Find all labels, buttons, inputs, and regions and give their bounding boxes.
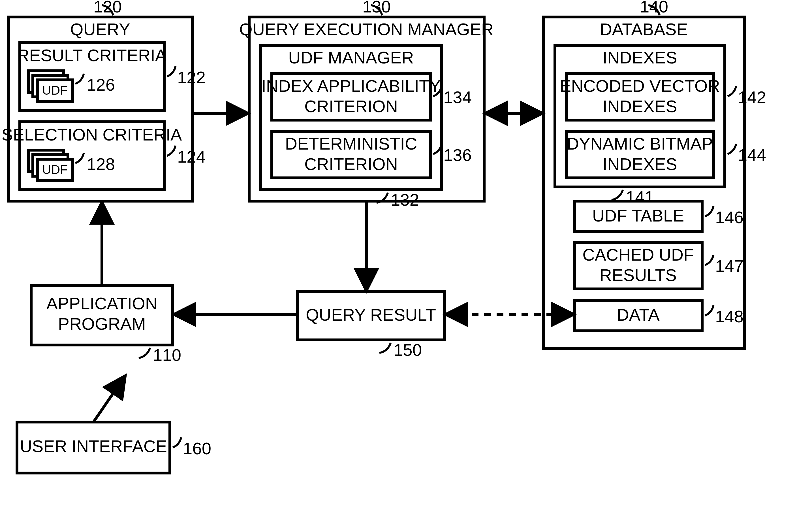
deterministic-line1: DETERMINISTIC xyxy=(285,134,417,153)
udf-table-ref: 146 xyxy=(715,208,743,227)
udf-stack-result: UDF xyxy=(28,71,72,101)
result-criteria-title: RESULT CRITERIA xyxy=(17,46,166,65)
query-result-box: QUERY RESULT 150 xyxy=(297,292,445,359)
diagram-canvas: QUERY 120 RESULT CRITERIA UDF 126 122 SE… xyxy=(0,0,812,526)
udf-manager-title: UDF MANAGER xyxy=(288,48,414,67)
app-line1: APPLICATION xyxy=(46,294,157,313)
app-line2: PROGRAM xyxy=(58,314,146,333)
udf-label-selection: UDF xyxy=(42,162,68,176)
query-result-title: QUERY RESULT xyxy=(306,305,436,324)
dbi-line2: INDEXES xyxy=(603,155,677,174)
cached-ref: 147 xyxy=(715,257,743,275)
udf-ref-selection: 128 xyxy=(87,155,115,174)
ui-box: USER INTERFACE 160 xyxy=(17,422,211,473)
deterministic-ref: 136 xyxy=(444,146,472,165)
udf-manager-box: UDF MANAGER 132 xyxy=(260,45,442,209)
index-applicability-ref: 134 xyxy=(444,88,472,107)
cached-line2: RESULTS xyxy=(600,266,677,285)
udf-ref-result: 126 xyxy=(87,75,115,94)
database-ref: 140 xyxy=(640,0,668,16)
evi-line2: INDEXES xyxy=(603,97,677,116)
evi-line1: ENCODED VECTOR xyxy=(560,76,720,96)
deterministic-line2: CRITERION xyxy=(304,155,398,174)
evi-ref: 142 xyxy=(738,88,766,107)
selection-criteria-ref: 124 xyxy=(177,147,205,166)
indexes-title: INDEXES xyxy=(603,48,677,67)
udf-stack-selection: UDF xyxy=(28,150,72,181)
app-box: APPLICATION PROGRAM 110 xyxy=(31,285,181,365)
ui-title: USER INTERFACE xyxy=(20,437,167,456)
udf-manager-ref: 132 xyxy=(391,190,419,209)
arrow-ui-to-app xyxy=(93,377,125,422)
qem-title: QUERY EXECUTION MANAGER xyxy=(239,20,493,39)
index-applicability-line2: CRITERION xyxy=(304,97,398,116)
qem-ref: 130 xyxy=(362,0,391,16)
udf-table-title: UDF TABLE xyxy=(592,206,684,225)
ui-ref: 160 xyxy=(183,439,211,458)
dbi-ref: 144 xyxy=(738,146,766,165)
data-ref: 148 xyxy=(715,307,743,326)
dbi-line1: DYNAMIC BITMAP xyxy=(567,134,713,153)
query-title: QUERY xyxy=(70,20,130,39)
app-ref: 110 xyxy=(153,345,181,365)
data-title: DATA xyxy=(617,305,659,324)
indexes-box: INDEXES 141 xyxy=(555,45,725,207)
result-criteria-ref: 122 xyxy=(177,68,205,87)
cached-line1: CACHED UDF xyxy=(582,245,694,264)
database-title: DATABASE xyxy=(600,20,688,39)
selection-criteria-title: SELECTION CRITERIA xyxy=(2,125,182,144)
index-applicability-line1: INDEX APPLICABILITY xyxy=(261,76,441,96)
query-ref: 120 xyxy=(93,0,122,16)
query-result-ref: 150 xyxy=(393,340,422,359)
udf-label-result: UDF xyxy=(42,83,68,97)
